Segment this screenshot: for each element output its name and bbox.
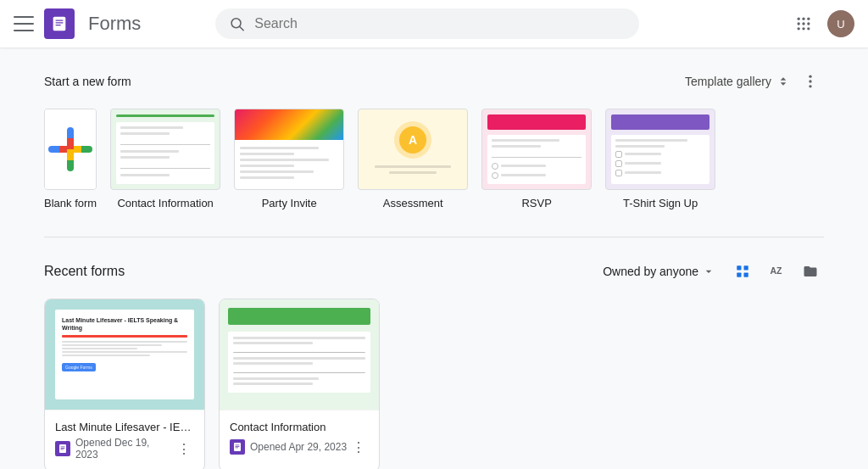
- form-card-contact[interactable]: Contact Information Opened Apr 29, 2023: [219, 299, 380, 469]
- svg-rect-3: [55, 25, 60, 25]
- forms-icon-ielts: [55, 441, 70, 456]
- search-icon: [229, 15, 245, 32]
- folder-view-button[interactable]: [797, 258, 824, 285]
- owned-by-filter-button[interactable]: Owned by anyone: [603, 265, 715, 278]
- template-contact[interactable]: Contact Information: [110, 109, 220, 209]
- form-card-contact-date: Opened Apr 29, 2023: [230, 439, 347, 455]
- template-blank[interactable]: Blank form: [44, 109, 97, 209]
- recent-forms-grid: Last Minute Lifesaver - IELTS Speaking &…: [44, 299, 824, 469]
- form-card-ielts-date: Opened Dec 19, 2023: [55, 437, 174, 461]
- svg-point-10: [802, 22, 804, 25]
- form-card-contact-date-text: Opened Apr 29, 2023: [250, 441, 347, 453]
- template-tshirt[interactable]: T-Shirt Sign Up: [605, 109, 715, 209]
- svg-rect-18: [737, 265, 741, 270]
- template-gallery-button[interactable]: Template gallery: [685, 75, 790, 88]
- header-right: U: [787, 7, 854, 41]
- svg-rect-25: [61, 448, 65, 449]
- svg-rect-1: [55, 20, 63, 20]
- svg-point-14: [807, 27, 810, 30]
- view-icons: AZ: [729, 258, 824, 285]
- template-tshirt-thumb: [605, 109, 715, 190]
- template-contact-label: Contact Information: [117, 197, 213, 209]
- app-name-label: Forms: [88, 13, 141, 35]
- recent-controls: Owned by anyone AZ: [603, 258, 824, 285]
- template-party[interactable]: Party Invite: [234, 109, 344, 209]
- template-assessment[interactable]: A Assessment: [358, 109, 468, 209]
- recent-section-header: Recent forms Owned by anyone AZ: [44, 258, 824, 285]
- form-card-ielts[interactable]: Last Minute Lifesaver - IELTS Speaking &…: [44, 299, 205, 469]
- svg-rect-2: [55, 22, 63, 23]
- svg-rect-29: [236, 446, 240, 447]
- form-card-contact-footer: Contact Information Opened Apr 29, 2023: [220, 410, 379, 467]
- form-card-contact-thumb: [220, 299, 379, 410]
- app-header: Forms U: [0, 0, 868, 47]
- ielts-thumb-title: Last Minute Lifesaver - IELTS Speaking &…: [62, 316, 187, 332]
- svg-point-6: [797, 18, 799, 20]
- hamburger-menu-button[interactable]: [14, 16, 34, 31]
- form-card-ielts-more-button[interactable]: ⋮: [174, 438, 194, 459]
- svg-rect-28: [236, 445, 240, 446]
- svg-point-7: [802, 18, 804, 20]
- template-tshirt-label: T-Shirt Sign Up: [623, 197, 698, 209]
- templates-section-header: Start a new form Template gallery: [44, 68, 824, 95]
- sort-button[interactable]: AZ: [763, 258, 790, 285]
- template-assessment-label: Assessment: [383, 197, 443, 209]
- svg-point-9: [797, 22, 799, 25]
- svg-point-17: [809, 85, 811, 87]
- template-party-thumb: [234, 109, 344, 190]
- form-card-ielts-footer: Last Minute Lifesaver - IE… Opened Dec 1…: [45, 410, 204, 469]
- svg-line-5: [239, 27, 242, 31]
- svg-point-8: [807, 18, 810, 20]
- svg-rect-20: [737, 273, 741, 277]
- svg-point-15: [809, 75, 811, 78]
- template-blank-thumb: [44, 109, 97, 190]
- template-rsvp[interactable]: RSVP: [481, 109, 592, 209]
- template-contact-thumb: [110, 109, 220, 190]
- start-new-form-title: Start a new form: [44, 75, 131, 88]
- svg-rect-23: [59, 444, 66, 453]
- svg-point-11: [807, 22, 810, 25]
- owned-by-label: Owned by anyone: [603, 265, 698, 278]
- svg-rect-30: [236, 448, 239, 449]
- recent-forms-title: Recent forms: [44, 264, 125, 279]
- form-card-contact-meta: Opened Apr 29, 2023 ⋮: [230, 437, 369, 457]
- templates-more-button[interactable]: [797, 68, 824, 95]
- templates-grid: Blank form Contact Inf: [44, 109, 824, 216]
- form-card-ielts-date-text: Opened Dec 19, 2023: [75, 437, 174, 461]
- svg-text:AZ: AZ: [771, 265, 783, 276]
- app-logo: [44, 8, 75, 39]
- svg-rect-26: [61, 449, 64, 450]
- template-gallery-label: Template gallery: [685, 75, 771, 88]
- template-blank-label: Blank form: [44, 197, 97, 209]
- svg-point-12: [797, 27, 799, 30]
- search-bar[interactable]: [215, 8, 639, 39]
- svg-rect-0: [53, 17, 66, 31]
- template-assessment-thumb: A: [358, 109, 468, 190]
- template-rsvp-thumb: [481, 109, 592, 190]
- form-card-ielts-thumb: Last Minute Lifesaver - IELTS Speaking &…: [45, 299, 204, 410]
- header-left: Forms: [14, 8, 141, 39]
- template-party-label: Party Invite: [262, 197, 317, 209]
- form-card-ielts-name: Last Minute Lifesaver - IE…: [55, 421, 194, 433]
- svg-rect-21: [744, 273, 748, 277]
- form-card-contact-more-button[interactable]: ⋮: [348, 437, 369, 457]
- svg-rect-24: [61, 447, 65, 448]
- apps-grid-button[interactable]: [787, 7, 821, 41]
- svg-point-13: [802, 27, 804, 30]
- grid-view-button[interactable]: [729, 258, 756, 285]
- svg-rect-19: [744, 265, 748, 270]
- svg-rect-27: [234, 443, 241, 451]
- main-content: Start a new form Template gallery: [10, 47, 858, 469]
- section-divider: [44, 237, 824, 237]
- search-input[interactable]: [254, 16, 625, 31]
- form-card-ielts-meta: Opened Dec 19, 2023 ⋮: [55, 437, 194, 461]
- user-avatar[interactable]: U: [827, 10, 854, 37]
- form-card-contact-name: Contact Information: [230, 421, 369, 433]
- template-rsvp-label: RSVP: [521, 197, 551, 209]
- svg-point-16: [809, 80, 811, 82]
- forms-icon-contact: [230, 439, 245, 455]
